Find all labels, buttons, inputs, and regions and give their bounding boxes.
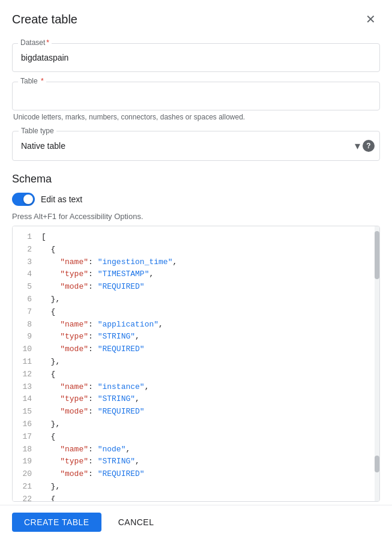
dialog-footer: CREATE TABLE CANCEL (0, 505, 392, 539)
table-field-hint: Unicode letters, marks, numbers, connect… (12, 113, 380, 121)
schema-section: Schema Edit as text Press Alt+F1 for Acc… (12, 173, 380, 502)
cancel-button[interactable]: CANCEL (109, 513, 164, 532)
table-label: Table * (18, 77, 46, 85)
dialog-title: Create table (12, 13, 77, 26)
create-table-dialog: Create table ✕ Dataset* Table * Unicode … (0, 0, 392, 539)
table-type-section: Table type Native table External table V… (12, 131, 380, 161)
dataset-label: Dataset* (18, 38, 52, 47)
code-editor[interactable]: 1 2 3 4 5 6 7 8 9 10 11 12 13 14 (12, 226, 380, 502)
dialog-header: Create table ✕ (0, 0, 392, 36)
accessibility-hint: Press Alt+F1 for Accessibility Options. (12, 212, 380, 221)
table-type-label: Table type (19, 127, 56, 135)
line-numbers: 1 2 3 4 5 6 7 8 9 10 11 12 13 14 (13, 226, 34, 501)
dialog-content: Dataset* Table * Unicode letters, marks,… (0, 36, 392, 505)
close-icon: ✕ (366, 12, 376, 26)
edit-toggle-row: Edit as text (12, 193, 380, 206)
code-content: [ { "name": "ingestion_time", "type": "T… (34, 226, 379, 501)
edit-as-text-label: Edit as text (41, 194, 82, 204)
scrollbar-thumb-bottom[interactable] (375, 456, 379, 472)
schema-title: Schema (12, 173, 380, 185)
dataset-field-group: Dataset* (12, 43, 380, 72)
scrollbar-thumb[interactable] (375, 231, 379, 279)
help-icon[interactable]: ? (363, 140, 375, 152)
table-type-select-wrapper: Table type Native table External table V… (12, 131, 380, 161)
edit-as-text-toggle[interactable] (12, 193, 35, 206)
table-type-select[interactable]: Native table External table View Materia… (13, 131, 379, 160)
dataset-input[interactable] (12, 43, 380, 72)
create-table-button[interactable]: CREATE TABLE (12, 513, 101, 532)
table-field-group: Table * Unicode letters, marks, numbers,… (12, 82, 380, 121)
code-editor-inner: 1 2 3 4 5 6 7 8 9 10 11 12 13 14 (13, 226, 379, 501)
table-input[interactable] (12, 82, 380, 110)
close-button[interactable]: ✕ (361, 10, 380, 29)
